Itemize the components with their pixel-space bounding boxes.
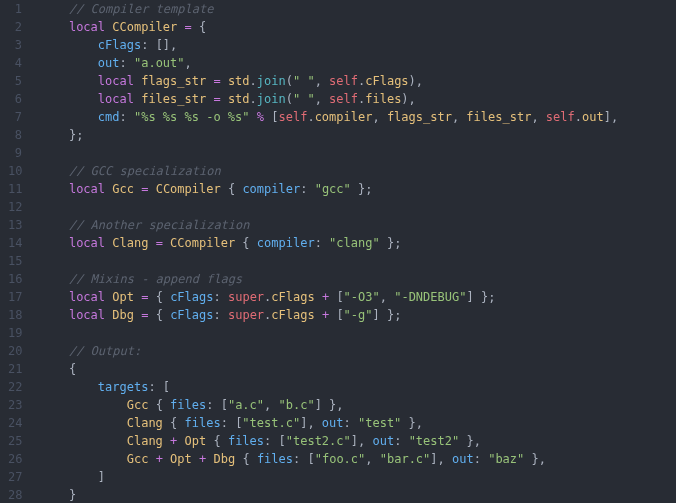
token-self: super [228, 290, 264, 304]
token-keyword: local [98, 74, 134, 88]
token-ident: Opt [185, 434, 207, 448]
token-op: + [156, 452, 163, 466]
token-comment: // GCC specialization [69, 164, 221, 178]
token-punc: ] [373, 308, 380, 322]
code-line[interactable]: // GCC specialization [40, 162, 618, 180]
code-line[interactable]: targets: [ [40, 378, 618, 396]
token-sp [401, 434, 408, 448]
token-punc: ( [286, 74, 293, 88]
code-line[interactable]: local Opt = { cFlags: super.cFlags + ["-… [40, 288, 618, 306]
token-sp [40, 344, 69, 358]
token-punc: : [315, 236, 322, 250]
token-sp [40, 236, 69, 250]
token-keyword: local [69, 182, 105, 196]
token-punc: [ [279, 434, 286, 448]
line-number: 28 [8, 486, 22, 503]
code-line[interactable]: local Clang = CCompiler { compiler: "cla… [40, 234, 618, 252]
token-ident: Gcc [112, 182, 134, 196]
token-ident: Clang [127, 434, 163, 448]
token-prop: out [322, 416, 344, 430]
token-sp [148, 398, 155, 412]
token-string: "clang" [329, 236, 380, 250]
code-line[interactable]: local CCompiler = { [40, 18, 618, 36]
line-number: 13 [8, 216, 22, 234]
token-sp [351, 416, 358, 430]
code-line[interactable]: cFlags: [], [40, 36, 618, 54]
token-string: " " [293, 74, 315, 88]
token-punc: }; [481, 290, 495, 304]
token-prop: files [228, 434, 264, 448]
token-punc: [ [221, 398, 228, 412]
token-string: "bar.c" [380, 452, 431, 466]
token-sp [40, 20, 69, 34]
token-keyword: local [69, 308, 105, 322]
code-line[interactable]: // Compiler template [40, 0, 618, 18]
token-sp [250, 236, 257, 250]
code-line[interactable]: Gcc { files: ["a.c", "b.c"] }, [40, 396, 618, 414]
token-ident: Gcc [127, 398, 149, 412]
token-punc: , [372, 110, 386, 124]
token-prop: compiler [257, 236, 315, 250]
code-line[interactable]: out: "a.out", [40, 54, 618, 72]
token-ident: Opt [112, 290, 134, 304]
token-string: "baz" [488, 452, 524, 466]
code-line[interactable] [40, 144, 618, 162]
code-line[interactable]: local Dbg = { cFlags: super.cFlags + ["-… [40, 306, 618, 324]
token-ident: out [582, 110, 604, 124]
code-line[interactable]: Clang { files: ["test.c"], out: "test" }… [40, 414, 618, 432]
code-editor[interactable]: 1234567891011121314151617181920212223242… [0, 0, 676, 503]
code-line[interactable]: }; [40, 126, 618, 144]
token-string: "test" [358, 416, 401, 430]
code-line[interactable]: Clang + Opt { files: ["test2.c"], out: "… [40, 432, 618, 450]
token-punc: : [148, 380, 155, 394]
code-line[interactable]: ] [40, 468, 618, 486]
token-punc: { [156, 398, 163, 412]
token-string: "test2" [409, 434, 460, 448]
token-sp [40, 488, 69, 502]
token-op: = [213, 92, 220, 106]
token-ident: std [228, 92, 250, 106]
code-line[interactable] [40, 324, 618, 342]
token-sp [40, 452, 127, 466]
token-ident: Dbg [213, 452, 235, 466]
line-number: 24 [8, 414, 22, 432]
code-line[interactable]: // Another specialization [40, 216, 618, 234]
token-sp [271, 434, 278, 448]
token-op: = [185, 20, 192, 34]
code-line[interactable]: local files_str = std.join(" ", self.fil… [40, 90, 618, 108]
token-prop: cFlags [98, 38, 141, 52]
line-number: 12 [8, 198, 22, 216]
token-punc: { [242, 452, 249, 466]
code-line[interactable] [40, 198, 618, 216]
code-area[interactable]: // Compiler template local CCompiler = {… [32, 0, 626, 503]
token-sp [163, 434, 170, 448]
line-number: 17 [8, 288, 22, 306]
token-sp [127, 56, 134, 70]
token-sp [40, 128, 69, 142]
token-punc: } [69, 488, 76, 502]
line-number: 22 [8, 378, 22, 396]
code-line[interactable]: // Output: [40, 342, 618, 360]
token-punc: ] [466, 290, 473, 304]
token-punc: , [380, 290, 394, 304]
code-line[interactable]: } [40, 486, 618, 503]
code-line[interactable]: cmd: "%s %s %s -o %s" % [self.compiler, … [40, 108, 618, 126]
token-punc: ( [286, 92, 293, 106]
code-line[interactable]: // Mixins - append flags [40, 270, 618, 288]
token-punc: }, [532, 452, 546, 466]
token-prop: files [185, 416, 221, 430]
token-sp [40, 92, 98, 106]
token-sp [40, 110, 98, 124]
code-line[interactable]: { [40, 360, 618, 378]
code-line[interactable]: Gcc + Opt + Dbg { files: ["foo.c", "bar.… [40, 450, 618, 468]
code-line[interactable]: local Gcc = CCompiler { compiler: "gcc" … [40, 180, 618, 198]
token-sp [40, 74, 98, 88]
token-string: "a.out" [134, 56, 185, 70]
token-sp [40, 398, 127, 412]
code-line[interactable]: local flags_str = std.join(" ", self.cFl… [40, 72, 618, 90]
code-line[interactable] [40, 252, 618, 270]
token-punc: { [69, 362, 76, 376]
token-punc: }; [387, 236, 401, 250]
token-self: self [329, 92, 358, 106]
token-ident: files_str [141, 92, 206, 106]
